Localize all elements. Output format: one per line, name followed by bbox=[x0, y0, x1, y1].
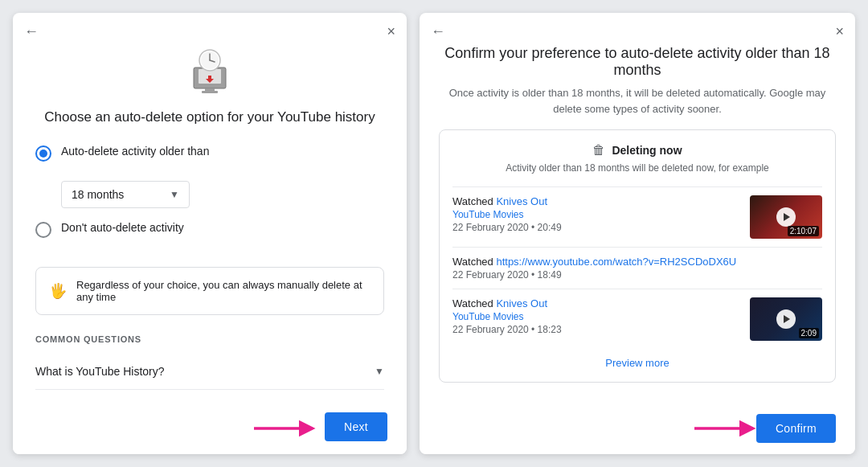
right-bottom-bar: Confirm bbox=[420, 403, 855, 454]
left-panel: ← × Choose an auto-delete option for you bbox=[13, 13, 407, 454]
duration-badge-1: 2:10:07 bbox=[788, 226, 819, 236]
back-button-right[interactable]: ← bbox=[431, 24, 445, 39]
confirm-button[interactable]: Confirm bbox=[756, 414, 836, 443]
radio-option-autodelete[interactable]: Auto-delete activity older than bbox=[35, 145, 384, 162]
svg-rect-3 bbox=[202, 91, 218, 93]
confirm-arrow-indicator bbox=[690, 414, 763, 443]
close-button-left[interactable]: × bbox=[387, 24, 395, 39]
watch-source-1[interactable]: YouTube Movies bbox=[452, 209, 742, 220]
chevron-down-icon-faq1: ▼ bbox=[375, 366, 384, 377]
dropdown-container: 18 months ▼ bbox=[61, 181, 384, 208]
faq-item-1[interactable]: What is YouTube History? ▼ bbox=[35, 354, 384, 390]
faq-1-label: What is YouTube History? bbox=[35, 365, 165, 378]
deleting-card: 🗑 Deleting now Activity older than 18 mo… bbox=[439, 129, 836, 383]
watch-source-3[interactable]: YouTube Movies bbox=[452, 311, 742, 322]
info-box: 🖐 Regardless of your choice, you can alw… bbox=[35, 267, 384, 315]
deleting-desc: Activity older than 18 months will be de… bbox=[452, 162, 822, 174]
deleting-title: Deleting now bbox=[612, 144, 682, 157]
months-dropdown[interactable]: 18 months ▼ bbox=[61, 181, 190, 208]
thumbnail-1: 2:10:07 bbox=[750, 195, 822, 239]
right-panel: ← × Confirm your preference to auto-dele… bbox=[420, 13, 855, 454]
watched-prefix-2: Watched bbox=[452, 256, 496, 268]
watch-date-1: 22 February 2020 • 20:49 bbox=[452, 222, 742, 233]
play-triangle-icon-3 bbox=[784, 315, 790, 323]
back-button[interactable]: ← bbox=[24, 24, 39, 39]
watch-info-3: Watched Knives Out YouTube Movies 22 Feb… bbox=[452, 297, 742, 335]
no-delete-label: Don't auto-delete activity bbox=[61, 221, 184, 234]
radio-option-no-delete[interactable]: Don't auto-delete activity bbox=[35, 221, 384, 238]
close-button-right[interactable]: × bbox=[835, 24, 844, 39]
left-panel-title: Choose an auto-delete option for your Yo… bbox=[35, 109, 384, 125]
deleting-header: 🗑 Deleting now bbox=[452, 143, 822, 158]
left-bottom-bar: Next bbox=[13, 399, 407, 454]
watch-item-2: Watched https://www.youtube.com/watch?v=… bbox=[452, 247, 822, 289]
dropdown-value: 18 months bbox=[72, 188, 124, 201]
chevron-down-icon: ▼ bbox=[170, 189, 179, 200]
info-text: Regardless of your choice, you can alway… bbox=[76, 279, 371, 303]
icon-area bbox=[35, 45, 384, 96]
watch-item-3: Watched Knives Out YouTube Movies 22 Feb… bbox=[452, 289, 822, 349]
watch-info-1: Watched Knives Out YouTube Movies 22 Feb… bbox=[452, 195, 742, 233]
radio-autodelete[interactable] bbox=[35, 145, 51, 162]
trash-icon: 🗑 bbox=[592, 143, 605, 158]
watched-prefix-1: Watched bbox=[452, 195, 496, 207]
right-panel-title: Confirm your preference to auto-delete a… bbox=[439, 45, 836, 79]
right-panel-subtitle: Once activity is older than 18 months, i… bbox=[439, 85, 836, 117]
thumbnail-3: 2:09 bbox=[750, 297, 822, 341]
play-button-3[interactable] bbox=[776, 309, 796, 329]
watch-link-3[interactable]: Knives Out bbox=[496, 297, 547, 309]
clock-delete-icon bbox=[184, 45, 235, 96]
watch-link-2[interactable]: https://www.youtube.com/watch?v=RH2SCDoD… bbox=[496, 256, 736, 268]
faq-section-label: COMMON QUESTIONS bbox=[35, 334, 384, 344]
watch-title-3: Watched Knives Out bbox=[452, 297, 742, 309]
autodelete-label: Auto-delete activity older than bbox=[61, 145, 209, 158]
preview-more[interactable]: Preview more bbox=[452, 349, 822, 369]
watch-title-1: Watched Knives Out bbox=[452, 195, 742, 207]
watch-title-2: Watched https://www.youtube.com/watch?v=… bbox=[452, 256, 822, 268]
radio-no-delete[interactable] bbox=[35, 222, 51, 238]
watch-info-2: Watched https://www.youtube.com/watch?v=… bbox=[452, 256, 822, 281]
play-button-1[interactable] bbox=[776, 207, 796, 227]
hand-icon: 🖐 bbox=[49, 282, 67, 300]
watch-date-3: 22 February 2020 • 18:23 bbox=[452, 324, 742, 335]
play-triangle-icon-1 bbox=[784, 213, 790, 221]
duration-badge-3: 2:09 bbox=[799, 328, 819, 338]
watch-link-1[interactable]: Knives Out bbox=[496, 195, 547, 207]
next-arrow-indicator bbox=[250, 414, 322, 443]
watch-date-2: 22 February 2020 • 18:49 bbox=[452, 269, 822, 281]
watched-prefix-3: Watched bbox=[452, 297, 496, 309]
watch-item-1: Watched Knives Out YouTube Movies 22 Feb… bbox=[452, 186, 822, 247]
next-button[interactable]: Next bbox=[325, 412, 387, 441]
